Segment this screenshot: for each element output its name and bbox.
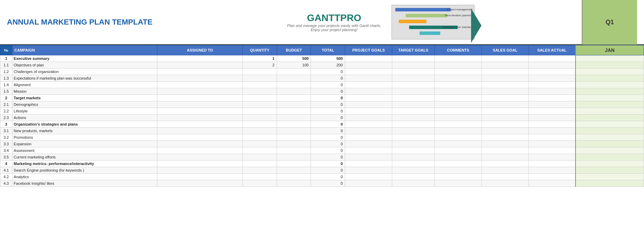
cell-comments [435,141,482,147]
cell-quantity [242,101,277,108]
table-row: 3.5Current marketing efforts0 [0,154,644,161]
cell-quantity [242,82,277,88]
cell-sales-goal [481,62,528,69]
cell-budget [277,82,311,88]
cell-jan [576,108,644,115]
cell-sales-goal [481,174,528,180]
cell-total: 0 [311,108,345,115]
cell-jan [576,55,644,62]
table-row: 3.2Promotions0 [0,134,644,141]
cell-total: 0 [311,134,345,141]
cell-sales-goal [481,161,528,167]
table-row: 4Marketing metrics- performance/interact… [0,161,644,167]
cell-budget [277,134,311,141]
cell-total: 0 [311,69,345,75]
cell-target-goals [392,174,434,180]
cell-total: 0 [311,128,345,134]
cell-target-goals [392,115,434,121]
cell-jan [576,62,644,69]
cell-assigned [157,154,243,161]
cell-target-goals [392,141,434,147]
cell-sales-actual [528,88,576,95]
cell-assigned [157,62,243,69]
table-row: 1.4Alignment0 [0,82,644,88]
cell-budget [277,121,311,128]
cell-sales-actual [528,167,576,174]
cell-no: 3.1 [0,128,12,134]
cell-campaign: Expectations if marketing plan was succe… [12,75,157,82]
cell-target-goals [392,82,434,88]
cell-campaign: Organization's strategies and plans [12,121,157,128]
cell-project-goals [345,101,392,108]
cell-sales-actual [528,121,576,128]
cell-project-goals [345,154,392,161]
cell-no: 1.2 [0,69,12,75]
cell-jan [576,82,644,88]
cell-jan [576,101,644,108]
gantt-logo-text: GANTTPRO [287,12,381,24]
table-row: 4.1Search Engine positioning (for keywor… [0,167,644,174]
table-row: 4.2Analytics0 [0,174,644,180]
cell-project-goals [345,161,392,167]
cell-total: 200 [311,62,345,69]
cell-campaign: Search Engine positioning (for keywords … [12,167,157,174]
cell-assigned [157,115,243,121]
title-section: ANNUAL MARKETING PLAN TEMPLATE [7,18,180,27]
cell-sales-actual [528,134,576,141]
cell-total: 0 [311,154,345,161]
header-campaign: CAMPAIGN [12,45,157,55]
cell-jan [576,174,644,180]
cell-target-goals [392,69,434,75]
cell-no: 3.2 [0,134,12,141]
table-row: 1.5Mission0 [0,88,644,95]
cell-jan [576,180,644,187]
cell-assigned [157,82,243,88]
cell-sales-goal [481,167,528,174]
cell-sales-actual [528,115,576,121]
cell-total: 0 [311,82,345,88]
gantt-section: GANTTPRO Plan and manage your projects e… [180,5,582,39]
top-banner: ANNUAL MARKETING PLAN TEMPLATE GANTTPRO … [0,0,644,45]
cell-sales-goal [481,147,528,154]
cell-campaign: Lifestyle [12,108,157,115]
cell-target-goals [392,95,434,101]
cell-project-goals [345,75,392,82]
cell-sales-goal [481,180,528,187]
cell-campaign: Assessment [12,147,157,154]
main-table: № CAMPAIGN ASSIGNED TO QUANTITY BUDGET T… [0,45,644,187]
cell-quantity [242,121,277,128]
cell-budget: 100 [277,62,311,69]
cell-total: 500 [311,55,345,62]
cell-total: 0 [311,141,345,147]
cell-jan [576,167,644,174]
cell-sales-goal [481,88,528,95]
table-row: 2.2Lifestyle0 [0,108,644,115]
cell-budget [277,95,311,101]
header-total: TOTAL [311,45,345,55]
table-body: 1Executive summary15005001.1Objectives o… [0,55,644,187]
cell-comments [435,128,482,134]
cell-total: 0 [311,121,345,128]
cell-target-goals [392,121,434,128]
table-row: 1Executive summary1500500 [0,55,644,62]
header-sales-actual: SALES ACTUAL [528,45,576,55]
table-row: 2Target markets0 [0,95,644,101]
cell-comments [435,108,482,115]
cell-assigned [157,147,243,154]
cell-comments [435,134,482,141]
cell-total: 0 [311,88,345,95]
cell-total: 0 [311,161,345,167]
cell-sales-actual [528,62,576,69]
table-row: 2.1Demographics0 [0,101,644,108]
cell-quantity [242,154,277,161]
cell-no: 1.5 [0,88,12,95]
cell-quantity [242,174,277,180]
cell-assigned [157,121,243,128]
cell-target-goals [392,161,434,167]
cell-target-goals [392,167,434,174]
cell-quantity [242,134,277,141]
cell-sales-goal [481,141,528,147]
cell-no: 1 [0,55,12,62]
cell-no: 4.1 [0,167,12,174]
gantt-logo: GANTTPRO Plan and manage your projects e… [287,12,381,32]
